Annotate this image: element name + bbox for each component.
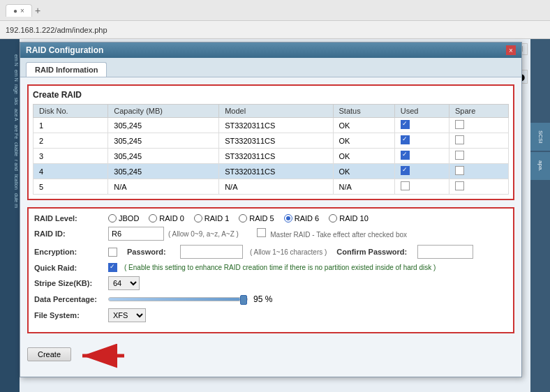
tab-area: ● × + (6, 4, 40, 17)
new-tab-button[interactable]: + (35, 5, 40, 16)
create-raid-title: Create RAID (33, 90, 509, 100)
nav-item-2[interactable]: em N (0, 68, 20, 83)
slider-track[interactable] (108, 297, 248, 301)
used-checkbox-2[interactable] (401, 135, 410, 144)
modal-tab-bar: RAID Information (20, 58, 521, 77)
password-input[interactable] (180, 245, 243, 259)
radio-jbod-input[interactable] (108, 214, 117, 223)
encryption-checkbox[interactable] (108, 248, 117, 257)
tab-close-icon[interactable]: × (20, 7, 24, 15)
quick-raid-row: Quick Raid: ( Enable this setting to enh… (34, 263, 507, 272)
col-disk-no: Disk No. (34, 105, 108, 118)
modal-close-button[interactable]: × (506, 45, 516, 55)
radio-raid10[interactable]: RAID 10 (329, 214, 369, 223)
right-nav-item-2: apa. (530, 152, 550, 180)
right-nav: SCSI apa. (530, 39, 550, 392)
nav-item-5[interactable]: ace A (0, 107, 20, 123)
radio-raid6-input[interactable] (284, 214, 292, 223)
nav-item-4[interactable]: sks (0, 96, 20, 107)
modal-container: RAID Configuration × RAID Information Cr… (20, 42, 522, 377)
radio-raid1-input[interactable] (194, 214, 202, 223)
confirm-password-label: Confirm Password: (336, 248, 413, 256)
data-pct-row: Data Percentage: 95 % (34, 294, 507, 304)
used-checkbox-4[interactable] (401, 166, 410, 175)
data-pct-slider-container: 95 % (108, 294, 272, 304)
radio-raid5-input[interactable] (239, 214, 247, 223)
raid-config-section: RAID Level: JBOD RAID 0 RAID 1 (27, 207, 514, 333)
password-label: Password: (127, 248, 176, 256)
quick-raid-label: Quick Raid: (34, 264, 104, 272)
table-row: 5 N/A N/A N/A (34, 179, 509, 195)
col-capacity: Capacity (MB) (108, 105, 219, 118)
spare-checkbox-4[interactable] (455, 166, 464, 175)
create-raid-section: Create RAID Disk No. Capacity (MB) Model… (27, 84, 514, 200)
slider-thumb[interactable] (240, 295, 247, 305)
spare-checkbox-5[interactable] (455, 181, 464, 190)
filesystem-label: File System: (34, 311, 104, 319)
raid-id-label: RAID ID: (34, 229, 104, 238)
red-arrow-indicator (75, 342, 131, 370)
password-hint: ( Allow 1~16 characters ) (250, 248, 327, 256)
stripe-size-row: Stripe Size(KB): 64 128 256 512 (34, 276, 507, 290)
raid-id-input[interactable] (108, 227, 164, 241)
raid-id-row: RAID ID: ( Allow 0~9, a~z, A~Z ) Master … (34, 227, 507, 241)
used-checkbox-1[interactable] (401, 120, 410, 129)
stripe-label: Stripe Size(KB): (34, 279, 104, 287)
quick-raid-hint: ( Enable this setting to enhance RAID cr… (124, 264, 436, 271)
nav-item-7[interactable]: ckable (0, 141, 20, 158)
filesystem-select[interactable]: XFS EXT4 EXT3 (108, 308, 146, 322)
modal-content: Create RAID Disk No. Capacity (MB) Model… (20, 77, 521, 377)
used-checkbox-3[interactable] (401, 151, 410, 160)
radio-raid0-input[interactable] (149, 214, 157, 223)
raid-level-row: RAID Level: JBOD RAID 0 RAID 1 (34, 214, 507, 223)
table-row: 1 305,245 ST3320311CS OK (34, 118, 509, 133)
raid-info-tab[interactable]: RAID Information (26, 62, 107, 77)
master-raid-checkbox[interactable] (257, 228, 266, 237)
data-pct-value: 95 % (253, 294, 272, 304)
table-row: 3 305,245 ST3320311CS OK (34, 149, 509, 164)
radio-raid6[interactable]: RAID 6 (284, 214, 319, 223)
nav-item-8[interactable]: r and (0, 158, 20, 172)
raid-id-hint: ( Allow 0~9, a~z, A~Z ) (168, 230, 239, 238)
nav-item-9[interactable]: lication (0, 173, 20, 191)
radio-raid1[interactable]: RAID 1 (194, 214, 229, 223)
nav-item-1[interactable]: em N (0, 53, 20, 68)
create-button[interactable]: Create (27, 347, 71, 361)
confirm-password-input[interactable] (417, 245, 473, 259)
encryption-row: Encryption: Password: ( Allow 1~16 chara… (34, 245, 507, 259)
data-pct-label: Data Percentage: (34, 295, 104, 303)
spare-checkbox-1[interactable] (455, 120, 464, 129)
disk-table: Disk No. Capacity (MB) Model Status Used… (33, 104, 509, 195)
address-bar: 192.168.1.222/adm/index.php (0, 21, 550, 39)
col-status: Status (333, 105, 394, 118)
col-model: Model (219, 105, 333, 118)
browser-tab[interactable]: ● × (6, 4, 32, 17)
col-used: Used (394, 105, 449, 118)
stripe-select[interactable]: 64 128 256 512 (108, 276, 140, 290)
left-nav: em N em N rage sks ace A are Fe ckable r… (0, 39, 20, 392)
table-row: 4 305,245 ST3320311CS OK (34, 164, 509, 179)
col-spare: Spare (449, 105, 509, 118)
tab-label: ● (13, 7, 17, 15)
radio-raid0[interactable]: RAID 0 (149, 214, 184, 223)
radio-raid5[interactable]: RAID 5 (239, 214, 274, 223)
url-text: 192.168.1.222/adm/index.php (6, 26, 107, 34)
table-row: 2 305,245 ST3320311CS OK (34, 133, 509, 149)
nav-item-6[interactable]: are Fe (0, 123, 20, 140)
left-nav-items: em N em N rage sks ace A are Fe ckable r… (0, 39, 20, 209)
raid-level-label: RAID Level: (34, 214, 104, 223)
spare-checkbox-2[interactable] (455, 135, 464, 144)
radio-jbod[interactable]: JBOD (108, 214, 139, 223)
spare-checkbox-3[interactable] (455, 151, 464, 160)
modal-title: RAID Configuration (26, 45, 103, 55)
encryption-label: Encryption: (34, 248, 104, 256)
quick-raid-checkbox[interactable] (108, 263, 117, 272)
nav-item-10[interactable]: dule m (0, 192, 20, 209)
modal-title-bar: RAID Configuration × (20, 43, 521, 58)
nav-item-3[interactable]: rage (0, 83, 20, 96)
button-row: Create (27, 339, 514, 370)
used-checkbox-5[interactable] (401, 181, 410, 190)
slider-fill (109, 298, 240, 301)
radio-raid10-input[interactable] (329, 214, 337, 223)
filesystem-row: File System: XFS EXT4 EXT3 (34, 308, 507, 322)
